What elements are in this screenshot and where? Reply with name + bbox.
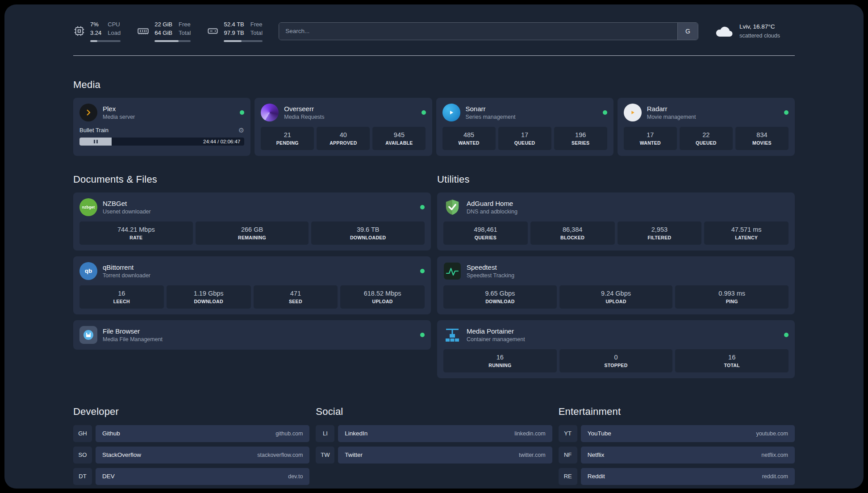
bookmark-youtube[interactable]: YT YouTube youtube.com bbox=[559, 425, 795, 442]
stat-value: 744.21 Mbps bbox=[81, 226, 191, 233]
memory-widget: 22 GiB 64 GiB Free Total bbox=[137, 21, 191, 42]
bookmark-url: github.com bbox=[275, 430, 303, 437]
stats-row: 485WANTED 17QUEUED 196SERIES bbox=[442, 127, 607, 150]
service-card-radarr[interactable]: Radarr Movie management 17WANTED 22QUEUE… bbox=[618, 98, 795, 156]
stat-value: 945 bbox=[374, 131, 424, 138]
bookmark-linkedin[interactable]: LI LinkedIn linkedin.com bbox=[316, 425, 552, 442]
stat-value: 21 bbox=[263, 131, 312, 138]
bookmark-pill[interactable]: Github github.com bbox=[96, 425, 309, 442]
service-card-portainer[interactable]: Media Portainer Container management 16R… bbox=[437, 320, 795, 378]
stat-label: FILTERED bbox=[619, 235, 700, 240]
stat-label: DOWNLOADED bbox=[313, 235, 423, 240]
service-name: Speedtest bbox=[467, 263, 514, 271]
stat-value: 9.24 Gbps bbox=[561, 290, 671, 297]
bookmark-github[interactable]: GH Github github.com bbox=[73, 425, 309, 442]
service-card-adguard[interactable]: AdGuard Home DNS and adblocking 498,461Q… bbox=[437, 192, 795, 251]
group-title-documents: Documents & Files bbox=[73, 174, 431, 185]
service-text: Radarr Movie management bbox=[647, 105, 696, 120]
plex-now-playing-widget: Bullet Train ⚙ 24:44 / 02:06:47 bbox=[79, 127, 244, 146]
stat-box: 9.65 GbpsDOWNLOAD bbox=[443, 285, 557, 309]
bookmark-pill[interactable]: Twitter twitter.com bbox=[338, 447, 552, 464]
stat-box: 16LEECH bbox=[79, 285, 164, 309]
bookmark-reddit[interactable]: RE Reddit reddit.com bbox=[559, 468, 795, 485]
stat-label: QUERIES bbox=[445, 235, 526, 240]
bookmark-pill[interactable]: StackOverflow stackoverflow.com bbox=[96, 447, 309, 464]
playback-elapsed bbox=[79, 138, 112, 146]
service-header: File Browser Media File Management bbox=[79, 326, 425, 344]
sonarr-icon bbox=[442, 104, 460, 121]
cpu-load-value: 3.24 bbox=[90, 29, 101, 38]
bookmark-abbr: LI bbox=[316, 425, 334, 442]
service-subtitle: Torrent downloader bbox=[103, 272, 150, 279]
bookmark-group-title: Developer bbox=[73, 406, 309, 418]
service-subtitle: Usenet downloader bbox=[103, 209, 151, 215]
memory-total-value: 64 GiB bbox=[154, 29, 172, 38]
pause-icon[interactable] bbox=[94, 140, 98, 143]
service-name: Sonarr bbox=[466, 105, 516, 113]
bookmark-stackoverflow[interactable]: SO StackOverflow stackoverflow.com bbox=[73, 447, 309, 464]
search-provider-button[interactable]: G bbox=[677, 23, 698, 40]
service-header: Sonarr Series management bbox=[442, 104, 607, 121]
stat-value: 618.52 Mbps bbox=[342, 290, 423, 297]
bookmark-pill[interactable]: LinkedIn linkedin.com bbox=[338, 425, 552, 442]
gear-icon[interactable]: ⚙ bbox=[238, 127, 244, 134]
service-name: AdGuard Home bbox=[467, 200, 517, 207]
cpu-icon bbox=[73, 25, 85, 37]
stat-box: 9.24 GbpsUPLOAD bbox=[559, 285, 673, 309]
memory-free-value: 22 GiB bbox=[154, 21, 172, 29]
bookmark-pill[interactable]: DEV dev.to bbox=[96, 468, 309, 485]
stats-row: 16LEECH 1.19 GbpsDOWNLOAD 471SEED 618.52… bbox=[79, 285, 425, 309]
stat-value: 266 GB bbox=[197, 226, 307, 233]
service-header: qb qBittorrent Torrent downloader bbox=[79, 262, 425, 280]
bookmark-group-entertainment: Entertainment YT YouTube youtube.com NF … bbox=[559, 406, 795, 485]
disk-free-value: 52.4 TB bbox=[224, 21, 244, 29]
status-dot bbox=[784, 110, 789, 115]
bookmark-dev[interactable]: DT DEV dev.to bbox=[73, 468, 309, 485]
group-utilities: Utilities bbox=[437, 174, 795, 378]
stat-box: 21PENDING bbox=[261, 127, 314, 150]
stat-label: AVAILABLE bbox=[374, 140, 424, 146]
bookmark-abbr: GH bbox=[73, 425, 92, 442]
stat-value: 1.19 Gbps bbox=[168, 290, 249, 297]
cloud-icon bbox=[714, 25, 734, 38]
bookmark-name: LinkedIn bbox=[345, 430, 367, 437]
bookmark-name: Reddit bbox=[588, 473, 605, 480]
service-card-speedtest[interactable]: Speedtest Speedtest Tracking 9.65 GbpsDO… bbox=[437, 256, 795, 314]
group-title-utilities: Utilities bbox=[437, 174, 795, 185]
stat-label: LATENCY bbox=[706, 235, 787, 240]
service-card-plex[interactable]: Plex Media server Bullet Train ⚙ bbox=[73, 98, 250, 156]
cpu-widget-body: 7% 3.24 CPU Load bbox=[90, 21, 121, 42]
bookmark-pill[interactable]: Reddit reddit.com bbox=[581, 468, 795, 485]
bookmark-pill[interactable]: YouTube youtube.com bbox=[581, 425, 795, 442]
bookmark-twitter[interactable]: TW Twitter twitter.com bbox=[316, 447, 552, 464]
stat-label: UPLOAD bbox=[342, 299, 423, 304]
bookmark-group-title: Social bbox=[316, 406, 552, 418]
bookmark-netflix[interactable]: NF Netflix netflix.com bbox=[559, 447, 795, 464]
stat-box: 47.571 msLATENCY bbox=[704, 221, 789, 245]
service-header: Plex Media server bbox=[79, 104, 244, 121]
stat-label: PENDING bbox=[263, 140, 312, 146]
service-card-qbittorrent[interactable]: qb qBittorrent Torrent downloader 16LEEC… bbox=[73, 256, 431, 314]
cpu-progress-bar bbox=[90, 40, 121, 42]
service-subtitle: Container management bbox=[467, 336, 525, 343]
disk-free-label: Free bbox=[250, 21, 263, 29]
service-name: File Browser bbox=[103, 327, 163, 335]
service-card-nzbget[interactable]: nzbget NZBGet Usenet downloader 744.21 M… bbox=[73, 192, 431, 251]
memory-total-label: Total bbox=[179, 29, 191, 38]
bookmark-name: Twitter bbox=[345, 451, 363, 458]
now-playing-title: Bullet Train bbox=[79, 127, 108, 134]
stat-box: 834MOVIES bbox=[735, 127, 789, 150]
dashboard-panel: 7% 3.24 CPU Load bbox=[4, 4, 864, 489]
service-card-sonarr[interactable]: Sonarr Series management 485WANTED 17QUE… bbox=[436, 98, 613, 156]
service-card-filebrowser[interactable]: File Browser Media File Management bbox=[73, 320, 431, 350]
service-text: Overseerr Media Requests bbox=[284, 105, 324, 120]
service-card-overseerr[interactable]: Overseerr Media Requests 21PENDING 40APP… bbox=[255, 98, 432, 156]
bookmark-abbr: DT bbox=[73, 468, 92, 485]
bookmark-pill[interactable]: Netflix netflix.com bbox=[581, 447, 795, 464]
stat-box: 744.21 MbpsRATE bbox=[79, 221, 193, 245]
search-input[interactable] bbox=[279, 23, 677, 40]
stat-box: 40APPROVED bbox=[317, 127, 370, 150]
stat-value: 834 bbox=[737, 131, 787, 138]
stats-row: 9.65 GbpsDOWNLOAD 9.24 GbpsUPLOAD 0.993 … bbox=[443, 285, 789, 309]
stat-value: 86,384 bbox=[532, 226, 613, 233]
